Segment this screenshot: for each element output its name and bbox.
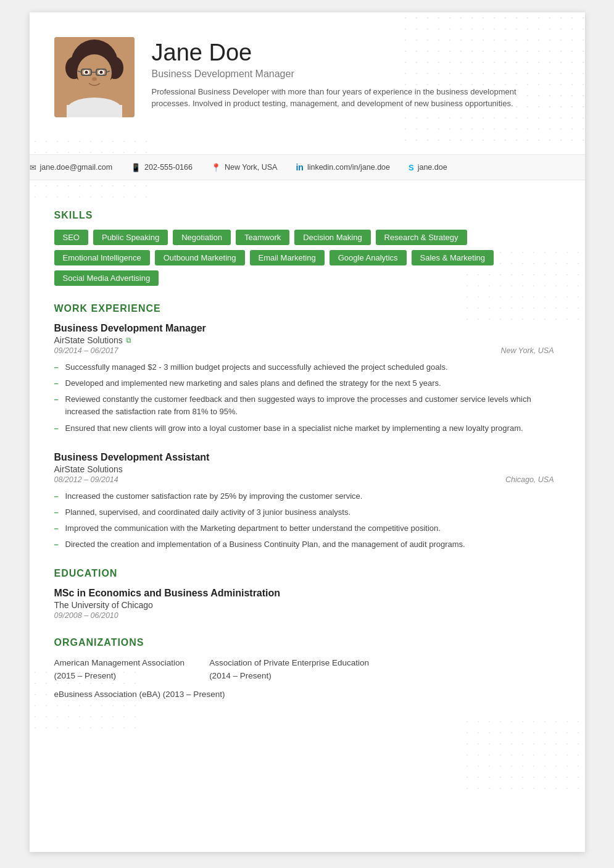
edu-school: The University of Chicago	[54, 600, 554, 610]
contact-email: ✉ jane.doe@gmail.com	[30, 163, 113, 172]
skill-tag: Public Speaking	[93, 230, 168, 245]
svg-point-20	[92, 77, 97, 81]
skill-tag: Emotional Intelligence	[54, 250, 150, 265]
edu-dates: 09/2008 – 06/2010	[54, 611, 554, 620]
job-bullet-item: Successfully managed $2 - 3 million budg…	[54, 361, 554, 373]
contact-skype: S jane.doe	[409, 163, 447, 172]
skill-tag: Teamwork	[236, 230, 289, 245]
external-link-icon[interactable]: ⧉	[126, 336, 131, 344]
education-title: EDUCATION	[54, 568, 554, 579]
decorative-dots-bottom-right	[462, 716, 585, 790]
contact-phone: 📱 202-555-0166	[131, 163, 193, 172]
education-section: EDUCATION MSc in Economics and Business …	[54, 568, 554, 620]
skype-icon: S	[409, 163, 414, 172]
resume-container: Jane Doe Business Development Manager Pr…	[30, 12, 585, 852]
candidate-name: Jane Doe	[152, 40, 554, 66]
job-entry: Business Development AssistantAirState S…	[54, 452, 554, 551]
contact-location: 📍 New York, USA	[211, 163, 277, 172]
skill-tag: Social Media Advertising	[54, 270, 159, 286]
svg-rect-10	[67, 105, 122, 117]
job-bullet-item: Ensured that new clients will grow into …	[54, 422, 554, 435]
contact-linkedin: in linkedin.com/in/jane.doe	[296, 162, 390, 172]
svg-point-18	[85, 71, 88, 74]
skill-tag: SEO	[54, 230, 88, 245]
organizations-section: ORGANIZATIONS American Management Associ…	[54, 637, 554, 699]
job-meta: 08/2012 – 09/2014Chicago, USA	[54, 475, 554, 484]
job-company: AirState Solutions	[54, 464, 554, 474]
avatar	[54, 37, 135, 117]
job-bullet-item: Planned, supervised, and coordinated dai…	[54, 506, 554, 519]
job-meta: 09/2014 – 06/2017New York, USA	[54, 346, 554, 355]
work-experience-title: WORK EXPERIENCE	[54, 303, 554, 314]
header-info: Jane Doe Business Development Manager Pr…	[152, 37, 554, 110]
job-dates: 08/2012 – 09/2014	[54, 475, 118, 484]
org-years: (2014 – Present)	[209, 671, 272, 680]
org-name: American Management Association	[54, 658, 185, 667]
skill-tag: Decision Making	[294, 230, 370, 245]
contact-bar: ✉ jane.doe@gmail.com 📱 202-555-0166 📍 Ne…	[30, 154, 585, 180]
job-title: Business Development Assistant	[54, 452, 554, 463]
work-experience-section: WORK EXPERIENCE Business Development Man…	[54, 303, 554, 551]
svg-point-19	[99, 71, 102, 74]
job-dates: 09/2014 – 06/2017	[54, 346, 118, 355]
skill-tag: Sales & Marketing	[412, 250, 494, 265]
skill-tag: Email Marketing	[250, 250, 325, 265]
job-bullets: Successfully managed $2 - 3 million budg…	[54, 361, 554, 435]
job-bullet-item: Directed the creation and implementation…	[54, 538, 554, 551]
org-item: Association of Private Enterprise Educat…	[209, 657, 369, 682]
skill-tag: Negotiation	[173, 230, 231, 245]
job-title: Business Development Manager	[54, 323, 554, 334]
job-bullets: Increased the customer satisfaction rate…	[54, 490, 554, 551]
job-bullet-item: Developed and implemented new marketing …	[54, 377, 554, 390]
job-company: AirState Solutions⧉	[54, 335, 554, 345]
skill-tag: Google Analytics	[330, 250, 407, 265]
candidate-bio: Professional Business Developer with mor…	[152, 86, 534, 110]
phone-icon: 📱	[131, 163, 141, 172]
skills-title: SKILLS	[54, 210, 554, 221]
org-item: American Management Association(2015 – P…	[54, 657, 185, 682]
header-section: Jane Doe Business Development Manager Pr…	[54, 37, 554, 117]
skills-list: SEOPublic SpeakingNegotiationTeamworkDec…	[54, 230, 554, 286]
skills-section: SKILLS SEOPublic SpeakingNegotiationTeam…	[54, 210, 554, 286]
job-location: Chicago, USA	[505, 475, 554, 484]
edu-degree: MSc in Economics and Business Administra…	[54, 588, 554, 599]
job-bullet-item: Improved the communication with the Mark…	[54, 522, 554, 535]
job-bullet-item: Reviewed constantly the customer feedbac…	[54, 393, 554, 418]
org-name: Association of Private Enterprise Educat…	[209, 658, 369, 667]
job-bullet-item: Increased the customer satisfaction rate…	[54, 490, 554, 503]
organizations-title: ORGANIZATIONS	[54, 637, 554, 648]
orgs-grid: American Management Association(2015 – P…	[54, 657, 554, 682]
job-location: New York, USA	[501, 346, 554, 355]
jobs-container: Business Development ManagerAirState Sol…	[54, 323, 554, 551]
org-single: eBusiness Association (eBA) (2013 – Pres…	[54, 690, 554, 699]
job-entry: Business Development ManagerAirState Sol…	[54, 323, 554, 435]
skill-tag: Research & Strategy	[376, 230, 467, 245]
candidate-title: Business Development Manager	[152, 69, 554, 80]
skill-tag: Outbound Marketing	[155, 250, 245, 265]
location-icon: 📍	[211, 163, 221, 172]
linkedin-icon: in	[296, 162, 303, 172]
email-icon: ✉	[30, 163, 36, 172]
org-years: (2015 – Present)	[54, 671, 117, 680]
